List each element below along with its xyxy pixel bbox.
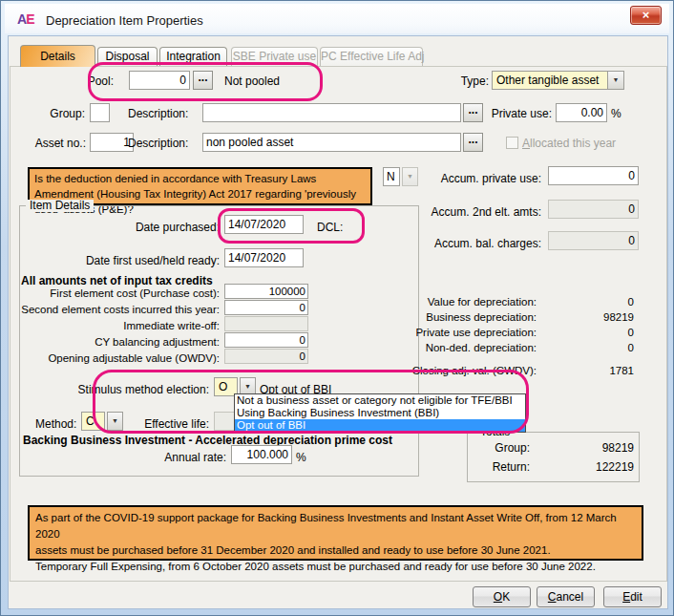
app-logo: AE: [17, 11, 33, 27]
non-ded-depreciation-label: Non-ded. depreciation:: [384, 341, 537, 354]
group-label: Group:: [37, 104, 85, 123]
logo-letter-a: A: [17, 11, 26, 27]
owdv-label: Opening adjustable value (OWDV):: [14, 351, 220, 365]
dialog-body: Details Disposal Integration SBE Private…: [8, 35, 668, 609]
totals-group-row-value: 98219: [558, 440, 634, 456]
chevron-down-icon: ▼: [402, 167, 418, 186]
covid-note-line-1: As part of the COVID-19 support package …: [35, 510, 636, 542]
cy-balancing-adjustment-label: CY balancing adjustment:: [14, 335, 220, 349]
title-bar: AE Depreciation Item Properties: [5, 4, 669, 33]
date-purchased-label: Date purchased:: [124, 218, 220, 237]
type-value: Other tangible asset: [492, 71, 608, 90]
chevron-down-icon[interactable]: ▼: [608, 71, 624, 90]
accum-bal-charges-input: [548, 231, 639, 250]
ok-button[interactable]: OK: [473, 586, 531, 607]
annual-rate-percent-sign: %: [296, 448, 306, 467]
private-use-depreciation-value: 0: [558, 326, 634, 339]
annotation-highlight-date-purchased: [218, 208, 365, 244]
accum-2nd-elt-input: [548, 200, 639, 219]
bbi-heading: Backing Business Investment - Accelerate…: [23, 431, 392, 450]
item-details-group-label: Item Details: [26, 200, 94, 212]
annual-rate-label: Annual rate:: [150, 448, 226, 467]
housing-answer-value: N: [383, 167, 400, 186]
housing-answer-select[interactable]: N ▼: [383, 167, 418, 186]
covid-note-line-3: Temporary Full Expensing, from 6 October…: [35, 559, 636, 575]
private-use-percent-sign: %: [611, 104, 621, 123]
covid-support-note: As part of the COVID-19 support package …: [28, 505, 643, 561]
cy-balancing-adjustment-input[interactable]: [224, 332, 308, 348]
allocated-this-year-label: Allocated this year: [522, 134, 616, 153]
business-depreciation-value: 98219: [558, 310, 634, 324]
immediate-write-off-input: [224, 316, 308, 331]
dialog-window: AE Depreciation Item Properties × Detail…: [0, 0, 674, 616]
group-description-label: Description:: [128, 104, 185, 123]
value-for-depreciation-value: 0: [558, 295, 634, 308]
accum-bal-charges-label: Accum. bal. charges:: [427, 234, 541, 253]
second-element-costs-input[interactable]: [224, 300, 308, 315]
asset-no-label: Asset no.:: [21, 134, 86, 153]
type-label: Type:: [432, 72, 489, 91]
first-element-cost-input[interactable]: [224, 284, 308, 299]
date-first-used-input[interactable]: [224, 248, 304, 267]
non-ded-depreciation-value: 0: [558, 341, 634, 354]
cancel-button[interactable]: Cancel: [537, 586, 595, 607]
group-description-browse-button[interactable]: ...: [463, 103, 483, 122]
accum-2nd-elt-label: Accum. 2nd elt. amts:: [427, 202, 541, 222]
allocated-this-year-checkbox[interactable]: [506, 137, 518, 149]
annotation-highlight-stimulus: [93, 370, 529, 434]
immediate-write-off-label: Immediate write-off:: [14, 319, 220, 332]
annotation-highlight-pool: [88, 62, 323, 101]
owdv-input: [224, 349, 308, 364]
business-depreciation-label: Business depreciation:: [384, 310, 537, 324]
totals-group-row-label: Group:: [473, 440, 530, 456]
totals-return-row-value: 122219: [558, 459, 634, 475]
closing-adj-val-value: 1781: [558, 364, 634, 377]
covid-note-line-2: assets must be purchased before 31 Decem…: [35, 542, 636, 559]
asset-description-browse-button[interactable]: ...: [463, 133, 483, 152]
accum-private-use-label: Accum. private use:: [427, 169, 541, 188]
tab-details[interactable]: Details: [20, 45, 95, 67]
type-select[interactable]: Other tangible asset ▼: [492, 71, 624, 90]
private-use-label: Private use:: [485, 104, 552, 123]
asset-description-label: Description:: [128, 134, 185, 153]
logo-letter-e: E: [26, 11, 33, 27]
totals-return-row-label: Return:: [473, 459, 530, 475]
asset-description-input[interactable]: [202, 133, 461, 152]
first-element-cost-label: First element cost (Purchase cost):: [14, 287, 220, 300]
accum-private-use-input[interactable]: [548, 166, 639, 185]
group-description-input[interactable]: [202, 103, 461, 122]
date-first-used-label: Date first used/held ready:: [57, 251, 220, 270]
second-element-costs-label: Second element costs incurred this year:: [14, 303, 220, 316]
tab-pc-effective-life-adj: PC Effective Life Adj: [320, 47, 423, 66]
window-title: Depreciation Item Properties: [46, 13, 203, 28]
private-use-depreciation-label: Private use depreciation:: [384, 326, 537, 339]
totals-groupbox: [467, 432, 640, 482]
close-button[interactable]: ×: [630, 6, 662, 25]
edit-button[interactable]: Edit: [603, 586, 662, 607]
annual-rate-input[interactable]: [231, 445, 292, 464]
group-input[interactable]: [90, 103, 110, 122]
private-use-input[interactable]: [556, 103, 607, 122]
value-for-depreciation-label: Value for depreciation:: [384, 295, 537, 308]
